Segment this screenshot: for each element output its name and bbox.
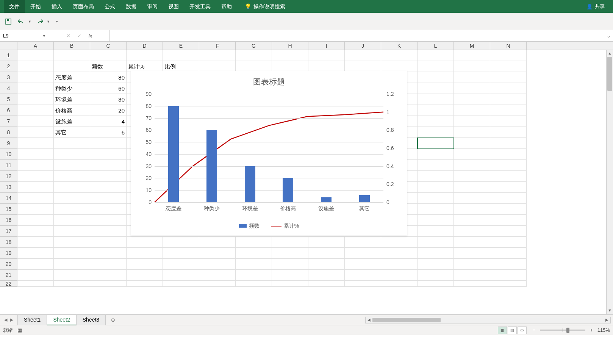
cell-H1[interactable] <box>272 50 308 61</box>
cell-A12[interactable] <box>17 171 54 182</box>
cell-G20[interactable] <box>236 259 272 270</box>
tab-nav-next[interactable]: ▶ <box>9 317 14 322</box>
cell-D18[interactable] <box>127 237 163 248</box>
cell-C2[interactable]: 频数 <box>90 61 127 72</box>
cell-M16[interactable] <box>454 215 490 226</box>
zoom-in[interactable]: + <box>588 327 594 333</box>
sheet-tab-1[interactable]: Sheet1 <box>17 315 47 325</box>
row-header-15[interactable]: 15 <box>0 204 17 215</box>
scroll-down-icon[interactable]: ▼ <box>607 307 613 314</box>
cell-N6[interactable] <box>490 105 527 116</box>
vscroll-thumb[interactable] <box>607 57 612 91</box>
cell-H21[interactable] <box>272 270 308 281</box>
cell-A21[interactable] <box>17 270 54 281</box>
row-header-6[interactable]: 6 <box>0 105 17 116</box>
cell-J18[interactable] <box>345 237 381 248</box>
cell-A16[interactable] <box>17 215 54 226</box>
cell-L7[interactable] <box>418 116 454 127</box>
cell-L2[interactable] <box>418 61 454 72</box>
cell-J2[interactable] <box>345 61 381 72</box>
cell-C18[interactable] <box>90 237 127 248</box>
cell-M4[interactable] <box>454 83 490 94</box>
sheet-tab-3[interactable]: Sheet3 <box>77 315 106 325</box>
menu-help[interactable]: 帮助 <box>216 0 237 13</box>
cell-M14[interactable] <box>454 193 490 204</box>
view-page-layout[interactable]: ▤ <box>508 327 517 334</box>
cell-A11[interactable] <box>17 160 54 171</box>
cell-L19[interactable] <box>418 248 454 259</box>
row-header-17[interactable]: 17 <box>0 226 17 237</box>
cell-G18[interactable] <box>236 237 272 248</box>
cell-D20[interactable] <box>127 259 163 270</box>
menu-data[interactable]: 数据 <box>120 0 142 13</box>
cell-A7[interactable] <box>17 116 54 127</box>
row-header-9[interactable]: 9 <box>0 138 17 149</box>
cell-N19[interactable] <box>490 248 527 259</box>
zoom-out[interactable]: − <box>531 327 537 333</box>
cell-M22[interactable] <box>454 281 490 287</box>
cell-B8[interactable]: 其它 <box>54 127 90 138</box>
row-header-1[interactable]: 1 <box>0 50 17 61</box>
cell-C16[interactable] <box>90 215 127 226</box>
row-header-3[interactable]: 3 <box>0 72 17 83</box>
col-header-M[interactable]: M <box>454 42 490 50</box>
cell-B6[interactable]: 价格高 <box>54 105 90 116</box>
add-sheet-button[interactable]: ⊕ <box>106 317 120 323</box>
col-header-D[interactable]: D <box>127 42 163 50</box>
redo-dropdown[interactable]: ▼ <box>47 20 50 23</box>
cell-N2[interactable] <box>490 61 527 72</box>
cell-K21[interactable] <box>381 270 418 281</box>
cell-I1[interactable] <box>308 50 345 61</box>
cell-A1[interactable] <box>17 50 54 61</box>
cell-C10[interactable] <box>90 149 127 160</box>
cell-L10[interactable] <box>418 149 454 160</box>
cell-M1[interactable] <box>454 50 490 61</box>
cell-M20[interactable] <box>454 259 490 270</box>
cell-L12[interactable] <box>418 171 454 182</box>
row-header-16[interactable]: 16 <box>0 215 17 226</box>
cell-A14[interactable] <box>17 193 54 204</box>
save-button[interactable] <box>4 17 13 26</box>
cell-F18[interactable] <box>199 237 236 248</box>
cell-A15[interactable] <box>17 204 54 215</box>
cell-C3[interactable]: 80 <box>90 72 127 83</box>
cell-H20[interactable] <box>272 259 308 270</box>
cell-N20[interactable] <box>490 259 527 270</box>
share-button[interactable]: 👤 共享 <box>582 3 609 10</box>
redo-button[interactable] <box>35 17 44 26</box>
menu-formulas[interactable]: 公式 <box>99 0 120 13</box>
cell-N8[interactable] <box>490 127 527 138</box>
undo-dropdown[interactable]: ▼ <box>28 20 31 23</box>
cell-F20[interactable] <box>199 259 236 270</box>
cell-K19[interactable] <box>381 248 418 259</box>
cell-F1[interactable] <box>199 50 236 61</box>
cell-L13[interactable] <box>418 182 454 193</box>
cell-M8[interactable] <box>454 127 490 138</box>
cell-C20[interactable] <box>90 259 127 270</box>
cell-K18[interactable] <box>381 237 418 248</box>
formula-input[interactable] <box>110 30 604 41</box>
cell-C11[interactable] <box>90 160 127 171</box>
cell-B18[interactable] <box>54 237 90 248</box>
zoom-slider[interactable] <box>540 330 585 331</box>
cell-B22[interactable] <box>54 281 90 287</box>
cell-C1[interactable] <box>90 50 127 61</box>
cell-C17[interactable] <box>90 226 127 237</box>
cell-L14[interactable] <box>418 193 454 204</box>
cell-N10[interactable] <box>490 149 527 160</box>
cell-C7[interactable]: 4 <box>90 116 127 127</box>
cell-F22[interactable] <box>199 281 236 287</box>
cell-A13[interactable] <box>17 182 54 193</box>
hscroll-thumb[interactable] <box>372 318 441 322</box>
row-header-8[interactable]: 8 <box>0 127 17 138</box>
cell-C13[interactable] <box>90 182 127 193</box>
cell-A22[interactable] <box>17 281 54 287</box>
tab-nav-prev[interactable]: ◀ <box>3 317 8 322</box>
cell-N12[interactable] <box>490 171 527 182</box>
cell-L4[interactable] <box>418 83 454 94</box>
cell-D2[interactable]: 累计% <box>127 61 163 72</box>
col-header-A[interactable]: A <box>17 42 54 50</box>
row-header-7[interactable]: 7 <box>0 116 17 127</box>
cell-L9[interactable] <box>418 138 454 149</box>
cell-B4[interactable]: 种类少 <box>54 83 90 94</box>
